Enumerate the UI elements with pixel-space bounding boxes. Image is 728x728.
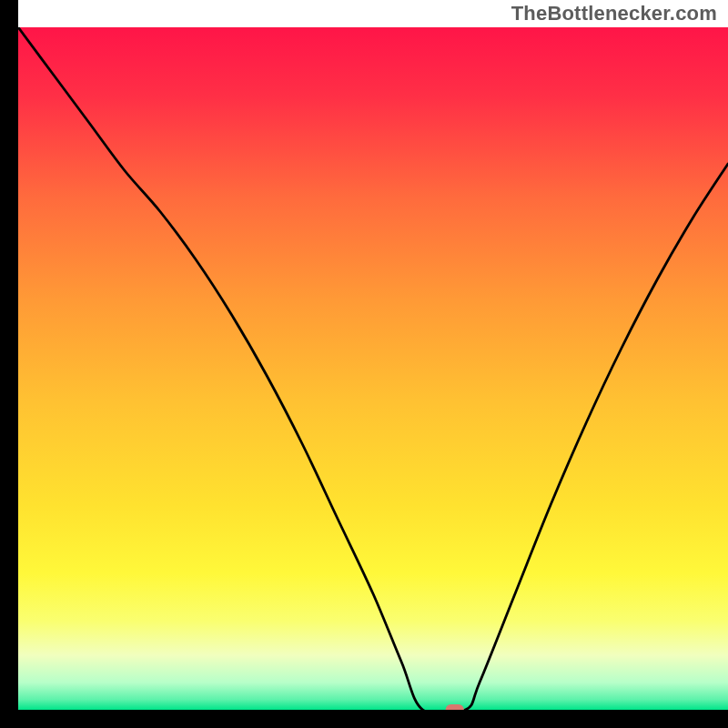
frame-bottom <box>0 710 728 728</box>
plot-background <box>18 27 728 710</box>
chart-container: TheBottlenecker.com <box>0 0 728 728</box>
frame-left <box>0 0 18 728</box>
chart-svg <box>0 0 728 728</box>
brand-watermark: TheBottlenecker.com <box>511 2 717 25</box>
